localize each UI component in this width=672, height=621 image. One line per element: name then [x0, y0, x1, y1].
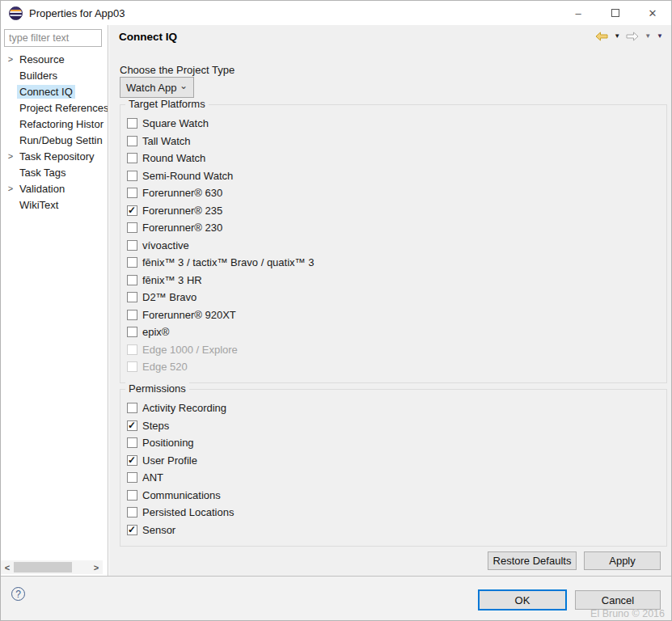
checkbox[interactable]	[127, 257, 137, 268]
tree-item-label: Builders	[17, 69, 60, 82]
platform-checkbox-row[interactable]: D2™ Bravo	[127, 289, 663, 306]
scrollbar-track[interactable]	[14, 560, 90, 574]
checkbox[interactable]	[127, 361, 137, 372]
scroll-right-icon[interactable]: >	[90, 563, 103, 572]
platform-checkbox-row[interactable]: fēnix™ 3 HR	[127, 272, 663, 289]
tree-item-label: Run/Debug Settin	[17, 133, 105, 147]
target-platforms-group: Target Platforms Square Watch Tall Watch	[120, 104, 667, 383]
restore-defaults-button[interactable]: Restore Defaults	[488, 551, 577, 570]
platform-checkbox-row[interactable]: Round Watch	[127, 150, 663, 167]
maximize-button[interactable]	[597, 1, 634, 25]
checkbox[interactable]	[127, 240, 137, 251]
horizontal-scrollbar[interactable]: < >	[1, 560, 103, 574]
titlebar: Properties for App03 – ✕	[1, 1, 671, 25]
checkbox[interactable]	[127, 188, 137, 198]
permission-checkbox-row[interactable]: Persisted Locations	[127, 504, 663, 522]
tree-item-label: Connect IQ	[17, 85, 75, 99]
permission-checkbox-row[interactable]: Steps	[127, 417, 663, 435]
forward-history-dropdown-icon[interactable]: ▼	[645, 33, 651, 40]
ok-button[interactable]: OK	[478, 589, 567, 610]
minimize-button[interactable]: –	[560, 1, 597, 25]
checkbox[interactable]	[127, 420, 137, 431]
checkbox[interactable]	[127, 507, 137, 518]
checkbox[interactable]	[127, 153, 137, 163]
tree-item[interactable]: > Project References	[1, 99, 108, 116]
platform-checkbox-row[interactable]: fēnix™ 3 / tactix™ Bravo / quatix™ 3	[127, 254, 663, 272]
checkbox[interactable]	[127, 275, 137, 285]
tree-item[interactable]: > Connect IQ	[1, 83, 108, 99]
platform-checkbox-row[interactable]: Forerunner® 230	[127, 219, 663, 237]
permission-checkbox-row[interactable]: Sensor	[127, 522, 663, 539]
checkbox[interactable]	[127, 136, 137, 146]
tree-item[interactable]: > Task Repository	[1, 148, 108, 164]
checkbox[interactable]	[127, 437, 137, 448]
checkbox[interactable]	[127, 310, 137, 320]
close-button[interactable]: ✕	[634, 1, 671, 25]
tree-item[interactable]: > Refactoring Histor	[1, 116, 108, 132]
scrollbar-thumb[interactable]	[14, 562, 72, 572]
checkbox[interactable]	[127, 118, 137, 129]
tree-item[interactable]: > Task Tags	[1, 164, 108, 180]
checkbox[interactable]	[127, 205, 137, 216]
eclipse-logo-icon	[9, 6, 23, 20]
tree-item[interactable]: > Validation	[1, 180, 108, 196]
checkbox[interactable]	[127, 344, 137, 355]
expand-chevron-icon[interactable]: >	[6, 54, 15, 64]
checkbox-label: User Profile	[142, 454, 197, 467]
checkbox-label: Sensor	[142, 524, 175, 536]
tree-item-label: Refactoring Histor	[17, 117, 106, 131]
checkbox-label: Forerunner® 230	[142, 222, 222, 234]
platform-checkbox-row[interactable]: Tall Watch	[127, 133, 663, 150]
project-type-label: Choose the Project Type	[120, 64, 235, 76]
dialog-footer: ? OK Cancel El Bruno © 2016	[1, 576, 671, 620]
page-header: Connect IQ ▼ ▼ ▼	[109, 25, 671, 48]
cancel-button[interactable]: Cancel	[575, 590, 661, 610]
back-arrow-icon[interactable]	[595, 32, 608, 41]
checkbox[interactable]	[127, 222, 137, 233]
view-menu-icon[interactable]: ▼	[657, 33, 663, 40]
checkbox[interactable]	[127, 490, 137, 501]
forward-arrow-icon[interactable]	[626, 32, 639, 41]
checkbox-label: Communications	[142, 489, 221, 501]
checkbox[interactable]	[127, 292, 137, 302]
expand-chevron-icon[interactable]: >	[6, 184, 15, 193]
tree-item[interactable]: > WikiText	[1, 196, 108, 213]
checkbox[interactable]	[127, 472, 137, 483]
platform-checkbox-row[interactable]: Semi-Round Watch	[127, 167, 663, 185]
apply-button[interactable]: Apply	[584, 551, 661, 570]
checkbox-label: Edge 1000 / Explore	[142, 344, 238, 356]
platform-checkbox-row[interactable]: Forerunner® 630	[127, 184, 663, 202]
checkbox[interactable]	[127, 171, 137, 181]
platform-checkbox-row[interactable]: Edge 1000 / Explore	[127, 341, 663, 359]
tree-item-label: Project References	[17, 101, 108, 115]
platform-checkbox-row[interactable]: Forerunner® 920XT	[127, 306, 663, 324]
permission-checkbox-row[interactable]: ANT	[127, 469, 663, 487]
platform-checkbox-row[interactable]: Square Watch	[127, 115, 663, 133]
checkbox[interactable]	[127, 403, 137, 413]
platform-checkbox-row[interactable]: Edge 520	[127, 358, 663, 376]
tree-item[interactable]: > Resource	[1, 51, 108, 67]
scroll-left-icon[interactable]: <	[1, 563, 14, 572]
platform-checkbox-row[interactable]: Forerunner® 235	[127, 202, 663, 220]
tree-item[interactable]: > Builders	[1, 67, 108, 83]
filter-input[interactable]	[4, 29, 102, 47]
checkbox[interactable]	[127, 327, 137, 337]
properties-tree: > Resource > Builders > Connect IQ > Pro…	[1, 51, 108, 213]
checkbox[interactable]	[127, 525, 137, 535]
platform-checkbox-row[interactable]: epix®	[127, 323, 663, 341]
watermark: El Bruno © 2016	[590, 608, 665, 619]
project-type-dropdown[interactable]: Watch App ⌄	[120, 77, 194, 98]
checkbox[interactable]	[127, 455, 137, 466]
checkbox-label: Square Watch	[142, 117, 209, 129]
permission-checkbox-row[interactable]: User Profile	[127, 452, 663, 470]
platform-checkbox-row[interactable]: vívoactive	[127, 237, 663, 255]
permission-checkbox-row[interactable]: Communications	[127, 487, 663, 505]
project-type-value: Watch App	[126, 82, 176, 94]
expand-chevron-icon[interactable]: >	[6, 151, 15, 161]
permission-checkbox-row[interactable]: Positioning	[127, 434, 663, 452]
tree-item[interactable]: > Run/Debug Settin	[1, 132, 108, 148]
permission-checkbox-row[interactable]: Activity Recording	[127, 399, 663, 417]
back-history-dropdown-icon[interactable]: ▼	[614, 33, 620, 40]
checkbox-label: D2™ Bravo	[142, 291, 197, 303]
help-icon[interactable]: ?	[11, 587, 25, 601]
